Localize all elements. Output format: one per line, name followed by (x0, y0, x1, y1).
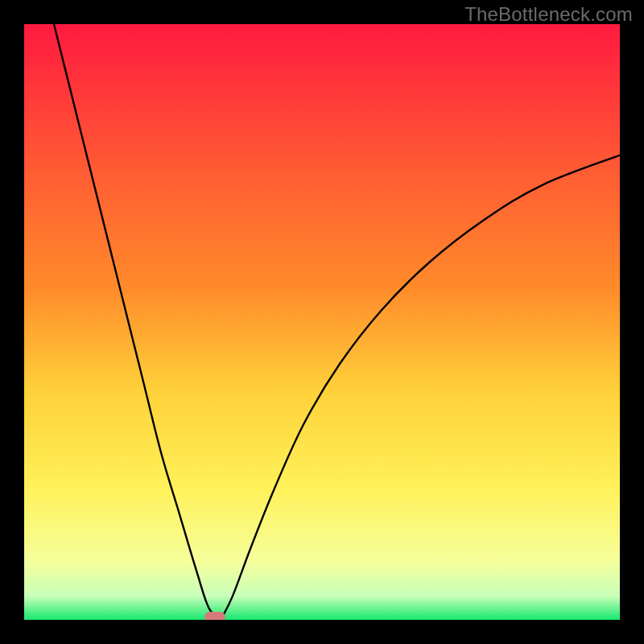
curve-left-branch (54, 24, 221, 620)
plot-area (24, 24, 620, 620)
curve-right-branch (221, 155, 620, 620)
curve-layer (24, 24, 620, 620)
bottleneck-marker (204, 612, 225, 620)
branding-link[interactable]: TheBottleneck.com (464, 3, 633, 26)
chart-frame: { "branding": "TheBottleneck.com", "char… (0, 0, 644, 644)
